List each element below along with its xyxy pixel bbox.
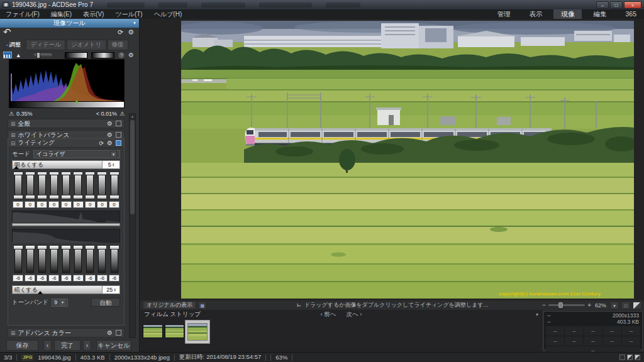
preview-slider-knob[interactable]: [36, 52, 40, 58]
undo-icon[interactable]: ↶: [3, 26, 11, 38]
zoom-percent[interactable]: 62%: [595, 302, 606, 309]
clipping-warning-icon[interactable]: ▲: [16, 52, 21, 58]
show-original-button[interactable]: オリジナルの表示: [143, 301, 196, 309]
lighting-enable-checkbox[interactable]: [116, 140, 121, 146]
menu-help[interactable]: ヘルプ(H): [148, 10, 188, 19]
mode-develop[interactable]: 現像: [553, 9, 582, 19]
eq-slider[interactable]: 0: [25, 172, 35, 208]
eq-value[interactable]: 0: [109, 201, 119, 208]
brighten-slider[interactable]: 明るくする 5 ▴▾: [12, 160, 120, 169]
eq-value[interactable]: 0: [61, 201, 72, 208]
eq-value[interactable]: 0: [36, 201, 47, 208]
zoom-out-icon[interactable]: −: [542, 302, 546, 309]
advanced-color-enable-checkbox[interactable]: [116, 330, 121, 336]
eq-slider[interactable]: -6: [85, 245, 96, 282]
eq-value[interactable]: -6: [97, 275, 108, 282]
lighting-header[interactable]: ⊟ ライティング ⟳ ⚙: [8, 139, 124, 148]
menu-file[interactable]: ファイル(F): [0, 10, 45, 19]
expand-icon[interactable]: ⊞: [11, 132, 16, 138]
eq-slider[interactable]: -6: [25, 245, 35, 282]
filmstrip-dropdown-icon[interactable]: ▾: [536, 312, 538, 317]
eq-slider[interactable]: 0: [109, 172, 119, 208]
tab-geometry[interactable]: ジオメトリ: [67, 40, 106, 50]
eq-value[interactable]: -6: [109, 275, 119, 282]
eq-value[interactable]: 0: [25, 201, 35, 208]
eq-slider[interactable]: -6: [36, 245, 47, 282]
dropdown-arrow-icon[interactable]: ▾: [60, 299, 65, 306]
eq-slider[interactable]: 0: [61, 172, 72, 208]
section-advanced-color[interactable]: ⊞ アドバンス カラー ⚙: [8, 328, 125, 337]
history-icon[interactable]: ⟳: [99, 140, 104, 146]
midtone-marker-icon[interactable]: [75, 100, 79, 103]
tone-divider-bar[interactable]: [12, 223, 120, 226]
actual-size-button[interactable]: □: [621, 302, 630, 309]
fit-mode-icon[interactable]: [619, 354, 625, 360]
eq-value[interactable]: 0: [97, 201, 108, 208]
mode-manage[interactable]: 管理: [489, 9, 518, 19]
menu-view[interactable]: 表示(V): [77, 10, 109, 19]
minimize-button[interactable]: –: [596, 1, 609, 9]
filmstrip-thumbnail[interactable]: [165, 324, 184, 338]
eq-value[interactable]: 0: [13, 201, 23, 208]
eq-value[interactable]: 0: [73, 201, 84, 208]
eq-slider[interactable]: -6: [97, 245, 108, 282]
settings-gear-icon[interactable]: ⚙: [128, 28, 134, 36]
preview-slider[interactable]: [34, 53, 52, 57]
eq-slider[interactable]: 0: [48, 172, 59, 208]
tab-repair[interactable]: 修復: [108, 40, 128, 50]
spinner-icon[interactable]: ▴▾: [114, 288, 115, 292]
auto-button[interactable]: 自動: [91, 298, 120, 307]
toneband-select[interactable]: 9 ▾: [52, 299, 68, 307]
eq-value[interactable]: -6: [73, 275, 84, 282]
eq-slider[interactable]: -6: [13, 245, 23, 282]
lighting-mode-select[interactable]: イコライザ ▾: [33, 150, 120, 158]
spinner-icon[interactable]: ▴▾: [113, 163, 114, 167]
save-button[interactable]: 保存: [6, 340, 38, 351]
mode-365[interactable]: 365: [618, 9, 644, 19]
tab-adjust[interactable]: ▪調整: [3, 40, 25, 50]
close-button[interactable]: ×: [624, 1, 641, 9]
eq-slider[interactable]: 0: [36, 172, 47, 208]
eq-value[interactable]: -6: [61, 275, 72, 282]
highlight-clip-warning-icon[interactable]: ⚠: [119, 111, 125, 117]
zoom-slider[interactable]: [548, 304, 585, 306]
chevron-down-icon[interactable]: ▾: [133, 19, 136, 28]
zoom-preset-dropdown[interactable]: ▾: [610, 302, 619, 309]
help-icon[interactable]: ?: [118, 52, 125, 58]
eq-value[interactable]: -6: [48, 275, 59, 282]
gear-icon[interactable]: ⚙: [107, 329, 113, 336]
split-view-icon[interactable]: [635, 354, 640, 360]
eq-slider[interactable]: -6: [48, 245, 59, 282]
previous-image-button[interactable]: ‹: [43, 340, 52, 351]
histogram-canvas[interactable]: [9, 59, 125, 108]
gear-icon[interactable]: ⚙: [128, 52, 134, 58]
eq-value[interactable]: -6: [25, 275, 35, 282]
mode-edit[interactable]: 編集: [586, 9, 614, 19]
eq-value[interactable]: 0: [48, 201, 59, 208]
eq-value[interactable]: -6: [85, 275, 96, 282]
shadow-clip-warning-icon[interactable]: ⚠: [9, 111, 14, 117]
eq-value[interactable]: 0: [85, 201, 96, 208]
expand-icon[interactable]: ⊞: [11, 330, 16, 336]
dropdown-arrow-icon[interactable]: ▾: [110, 151, 117, 158]
scroll-up-icon[interactable]: ▴: [130, 114, 135, 119]
maximize-button[interactable]: □: [610, 1, 623, 9]
photo-canvas[interactable]: copyright(c) kurahassan.com 21st Century: [181, 21, 634, 299]
darken-value-box[interactable]: 25 ▴▾: [102, 286, 119, 293]
reset-icon[interactable]: ⟳: [118, 28, 123, 36]
collapse-icon[interactable]: ⊟: [11, 140, 16, 146]
eq-slider[interactable]: -6: [73, 245, 84, 282]
filmstrip-thumbnail-selected[interactable]: [185, 320, 210, 344]
eq-slider[interactable]: 0: [13, 172, 23, 208]
eq-slider[interactable]: 0: [97, 172, 108, 208]
eq-value[interactable]: -6: [36, 275, 47, 282]
general-enable-checkbox[interactable]: [116, 121, 121, 126]
next-image-button[interactable]: ›: [83, 340, 91, 351]
gear-icon[interactable]: ⚙: [107, 140, 113, 146]
next-button[interactable]: 次へ ›: [347, 310, 362, 319]
eq-slider[interactable]: 0: [73, 172, 84, 208]
eq-slider[interactable]: -6: [61, 245, 72, 282]
gear-icon[interactable]: ⚙: [107, 120, 113, 127]
menu-tools[interactable]: ツール(T): [109, 10, 148, 19]
menu-edit[interactable]: 編集(E): [45, 10, 77, 19]
